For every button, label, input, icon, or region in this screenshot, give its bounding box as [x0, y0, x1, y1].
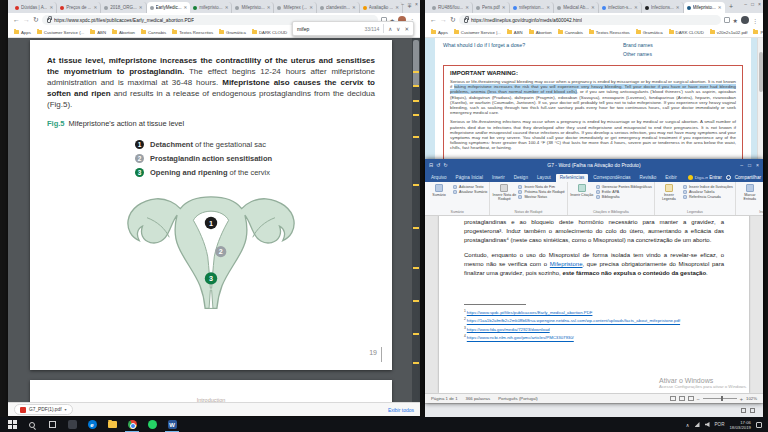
find-bar[interactable]: mifep 33/114 ∧ ∨ ✕ [292, 21, 414, 36]
bookmark-item[interactable]: ABN [90, 30, 106, 35]
sign-in-button[interactable]: Entrar [709, 175, 722, 180]
web-layout-icon[interactable] [688, 396, 694, 401]
tell-me-box[interactable]: Diga-me o que você deseja fazer... [688, 175, 708, 182]
zoom-slider[interactable] [703, 398, 737, 399]
tab-close-icon[interactable]: ✕ [267, 5, 271, 10]
tab-close-icon[interactable]: ✕ [49, 5, 53, 10]
pdf-scrollbar[interactable] [412, 38, 420, 402]
tab-close-icon[interactable]: ✕ [676, 5, 680, 10]
insert-footnote-button[interactable]: Inserir Nota de Rodapé [492, 184, 516, 207]
reload-icon[interactable]: ↻ [33, 15, 39, 25]
bookmark-item[interactable]: DARK CLOUD [669, 30, 704, 35]
share-button[interactable]: Compartilhar [735, 175, 761, 180]
bookmark-item[interactable]: Textos Reescritos [589, 30, 630, 35]
ribbon-tab[interactable]: Inserir [488, 174, 509, 182]
print-layout-icon[interactable] [679, 396, 685, 401]
page-indicator[interactable]: Página 1 de 1 [431, 396, 458, 401]
style-selector[interactable]: Estilo: APA [596, 190, 652, 194]
bookmark-item[interactable]: Textos Reescritos [172, 30, 213, 35]
ribbon-tab[interactable]: Exibir [661, 174, 681, 182]
document-page[interactable]: prostaglandinas e ao bloqueio deste horm… [439, 216, 749, 393]
reload-icon[interactable]: ↻ [450, 15, 456, 25]
language-indicator[interactable]: Português (Portugal) [498, 396, 538, 401]
menu-kebab-icon[interactable]: ⋮ [752, 17, 758, 24]
browser-tab[interactable]: Infections... ✕ [642, 2, 684, 13]
browser-tab[interactable]: mifepriston... ✕ [510, 2, 555, 13]
browser-tab[interactable]: Mifepristo... ✕ [684, 2, 725, 13]
downloaded-file-chip[interactable]: G7_PDF(1).pdf ▾ [14, 404, 73, 415]
bookmark-item[interactable]: Abortion [529, 30, 552, 35]
minimize-icon[interactable]: – [401, 1, 404, 7]
browser-tab[interactable]: 2018_ORG... ✕ [101, 2, 146, 13]
scrollbar-thumb[interactable] [413, 40, 419, 86]
start-button[interactable] [2, 417, 22, 432]
update-table-button[interactable]: Atualizar Tabela [683, 190, 733, 194]
forward-icon[interactable]: → [440, 15, 447, 25]
taskbar-edge[interactable]: e [82, 417, 102, 432]
word-count[interactable]: 366 palavras [466, 396, 491, 401]
volume-icon[interactable] [705, 422, 710, 427]
new-tab-button[interactable]: + [727, 3, 736, 12]
tab-close-icon[interactable]: ✕ [225, 5, 229, 10]
tab-close-icon[interactable]: ✕ [395, 5, 399, 10]
zoom-out-button[interactable]: − [697, 396, 700, 402]
language-switcher[interactable]: POR [715, 422, 725, 427]
browser-tab[interactable]: EarlyMedic... ✕ [147, 2, 191, 13]
task-view-button[interactable] [42, 417, 62, 432]
browser-tab[interactable]: Preços de ... ✕ [57, 2, 101, 13]
maximize-icon[interactable]: □ [748, 162, 751, 168]
tab-close-icon[interactable]: ✕ [465, 5, 469, 10]
bookmark-item[interactable]: Customer Service (... [37, 30, 84, 35]
insert-caption-button[interactable]: Inserir Legenda [657, 184, 681, 207]
tab-close-icon[interactable]: ✕ [139, 5, 143, 10]
chevron-down-icon[interactable]: ▾ [65, 407, 67, 412]
back-icon[interactable]: ← [13, 15, 20, 25]
browser-tab[interactable]: Dúvidas | A... ✕ [12, 2, 57, 13]
back-icon[interactable]: ← [430, 15, 437, 25]
close-icon[interactable]: × [758, 1, 761, 7]
ribbon-tab[interactable]: Design [510, 174, 532, 182]
ribbon-tab[interactable]: Arquivo [427, 174, 451, 182]
tab-close-icon[interactable]: ✕ [309, 5, 313, 10]
zoom-level[interactable]: 102% [746, 396, 757, 401]
bookmark-item[interactable]: Cannabis [558, 30, 583, 35]
forward-icon[interactable]: → [23, 15, 30, 25]
browser-tab[interactable]: clandestin... ✕ [317, 2, 360, 13]
extension-icon[interactable] [724, 17, 730, 23]
insert-table-of-figures-button[interactable]: Inserir Índice de Ilustrações [683, 185, 733, 189]
browser-tab[interactable]: infection-s... ✕ [599, 2, 642, 13]
browser-tab[interactable]: Avaliação ... ✕ [360, 2, 403, 13]
find-close-icon[interactable]: ✕ [404, 26, 409, 32]
bookmark-item[interactable]: PRAÇA DO MARQU... [753, 30, 763, 35]
footnote-url-link[interactable]: https://www.fda.gov/media/72923/download [467, 327, 550, 332]
taskbar-file-explorer[interactable] [102, 417, 122, 432]
bookmark-item[interactable]: Gramática [219, 30, 246, 35]
read-mode-icon[interactable] [670, 396, 676, 401]
tab-close-icon[interactable]: ✕ [502, 5, 506, 10]
bookmark-item[interactable]: Abortion [112, 30, 135, 35]
bookmark-item[interactable]: ABN [507, 30, 523, 35]
manage-sources-button[interactable]: Gerenciar Fontes Bibliográficas [596, 185, 652, 189]
find-prev-icon[interactable]: ∧ [388, 26, 392, 32]
bibliography-button[interactable]: Bibliografia [596, 195, 652, 199]
scrollbar-thumb[interactable] [759, 52, 763, 92]
taskbar-word[interactable]: W [162, 417, 182, 432]
tab-close-icon[interactable]: ✕ [591, 5, 595, 10]
taskbar-green-app[interactable] [142, 417, 162, 432]
footnote-url-link[interactable]: https://1aa1b2afmfb2c2mk08b68rsa.wpengin… [467, 319, 680, 324]
tray-expand-icon[interactable]: ∧ [686, 422, 690, 428]
bookmark-item[interactable]: Apps [14, 30, 31, 35]
add-text-button[interactable]: Adicionar Texto [453, 185, 487, 189]
show-all-downloads-button[interactable]: Exibir todos [388, 407, 414, 413]
notification-center-icon[interactable] [756, 422, 762, 428]
insert-citation-button[interactable]: Inserir Citação [570, 184, 594, 207]
side-link[interactable]: Other names [623, 51, 743, 57]
tab-close-icon[interactable]: ✕ [184, 5, 188, 10]
next-footnote-button[interactable]: Próxima Nota de Rodapé [518, 190, 564, 194]
zoom-slider-thumb[interactable] [721, 396, 723, 401]
bookmark-item[interactable]: Gramática [636, 30, 663, 35]
ribbon-tab[interactable]: Revisão [636, 174, 661, 182]
minimize-icon[interactable]: – [740, 162, 743, 168]
browser-tab[interactable]: Pens.pdf ✕ [473, 2, 510, 13]
network-icon[interactable] [695, 422, 700, 427]
